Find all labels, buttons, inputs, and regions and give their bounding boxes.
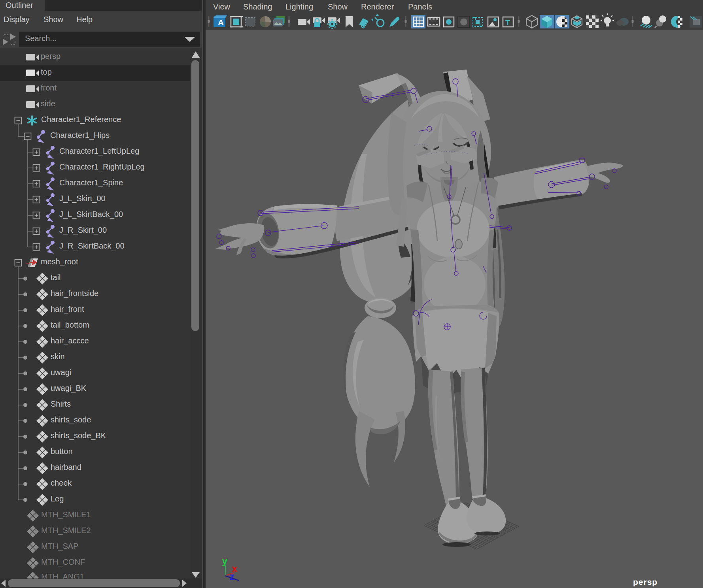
svg-text:y: y (222, 555, 228, 567)
svg-text:T: T (505, 19, 510, 27)
svg-text:z: z (229, 571, 234, 582)
svg-text:A: A (218, 18, 224, 27)
